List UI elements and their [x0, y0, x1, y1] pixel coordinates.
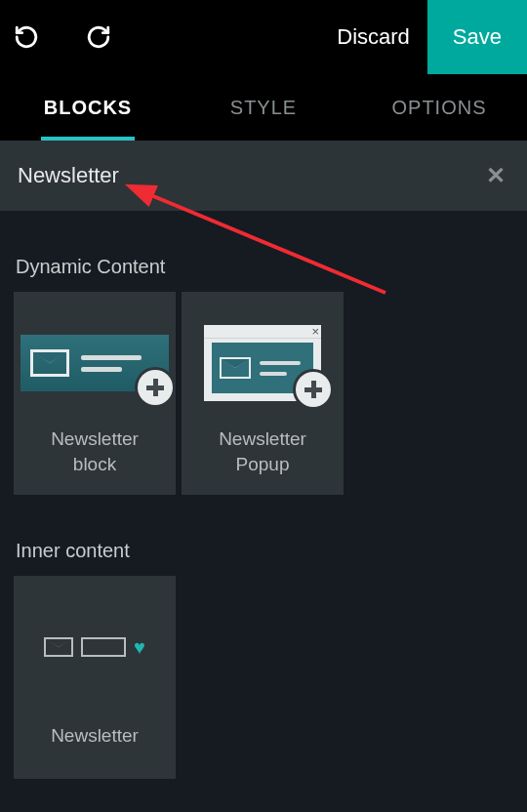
top-toolbar: Discard Save — [0, 0, 527, 74]
block-thumbnail: × — [182, 317, 344, 409]
window-close-icon: × — [311, 325, 319, 339]
mail-icon — [44, 637, 73, 657]
section-dynamic-content: Dynamic Content Newsletter block × — [0, 211, 527, 495]
clear-search-button[interactable]: ✕ — [482, 162, 509, 189]
add-icon — [138, 370, 173, 405]
block-grid: ♥ Newsletter — [14, 576, 513, 779]
discard-button[interactable]: Discard — [319, 0, 427, 74]
mail-icon — [30, 349, 69, 377]
tab-blocks[interactable]: BLOCKS — [0, 74, 176, 141]
tab-options[interactable]: OPTIONS — [351, 74, 527, 141]
mail-icon — [220, 357, 251, 379]
block-thumbnail: ♥ — [14, 601, 176, 693]
tab-style[interactable]: STYLE — [176, 74, 351, 141]
block-label: Newsletter Popup — [182, 409, 344, 495]
history-controls — [0, 0, 111, 74]
block-grid: Newsletter block × Newsletter Popup — [14, 292, 513, 495]
add-icon — [296, 372, 331, 407]
block-search-bar: ✕ — [0, 141, 527, 211]
block-thumbnail — [14, 317, 176, 409]
editor-panel: Discard Save BLOCKS STYLE OPTIONS ✕ Dyna… — [0, 0, 527, 812]
redo-button[interactable] — [86, 24, 111, 50]
input-box-icon — [81, 637, 126, 657]
block-label: Newsletter block — [14, 409, 176, 495]
section-inner-content: Inner content ♥ Newsletter — [0, 495, 527, 779]
save-button[interactable]: Save — [427, 0, 527, 74]
section-title: Inner content — [16, 540, 513, 562]
block-label: Newsletter — [37, 693, 152, 779]
section-title: Dynamic Content — [16, 256, 513, 278]
block-newsletter-popup[interactable]: × Newsletter Popup — [182, 292, 344, 495]
text-lines-icon — [81, 355, 142, 372]
text-lines-icon — [260, 361, 301, 376]
block-search-input[interactable] — [18, 163, 482, 188]
panel-tabs: BLOCKS STYLE OPTIONS — [0, 74, 527, 141]
undo-button[interactable] — [14, 24, 39, 50]
block-newsletter-block[interactable]: Newsletter block — [14, 292, 176, 495]
close-icon: ✕ — [486, 162, 506, 189]
heart-icon: ♥ — [134, 636, 145, 659]
block-newsletter[interactable]: ♥ Newsletter — [14, 576, 176, 779]
